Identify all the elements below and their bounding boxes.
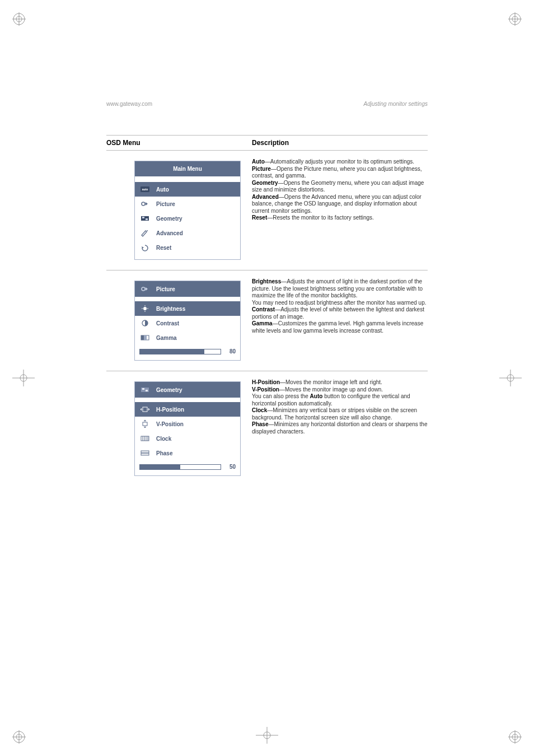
svg-rect-45: [143, 407, 147, 412]
osd-picture-menu: Picture Brightness Contrast Gamma 8: [134, 281, 241, 361]
osd-item-label: Clock: [156, 436, 171, 442]
geometry-description: H-Position—Moves the monitor image left …: [252, 379, 428, 435]
osd-item-contrast: Contrast: [135, 316, 240, 330]
slider-fill: [140, 465, 180, 469]
svg-point-31: [147, 230, 148, 231]
slider-value: 50: [224, 464, 236, 470]
svg-rect-41: [144, 335, 147, 340]
osd-item-label: Auto: [156, 186, 169, 193]
svg-rect-30: [146, 218, 148, 220]
svg-point-33: [143, 307, 147, 310]
hpos-icon: [139, 405, 151, 414]
geometry-icon: [139, 385, 151, 394]
osd-item-label: Reset: [156, 245, 171, 251]
osd-item-clock: Clock: [135, 431, 240, 446]
crop-mark-icon: [499, 370, 522, 386]
osd-item-advanced: Advanced: [135, 226, 240, 240]
auto-icon: auto: [139, 185, 151, 194]
osd-item-label: Geometry: [156, 216, 182, 222]
osd-geometry-menu: Geometry H-Position V-Position Clock: [134, 381, 241, 476]
osd-title: Main Menu: [135, 161, 240, 176]
divider: [106, 135, 428, 136]
vpos-icon: [139, 419, 151, 428]
gamma-icon: [139, 333, 151, 342]
brightness-icon: [139, 304, 151, 313]
advanced-icon: [139, 228, 151, 237]
osd-item-auto: auto Auto: [135, 182, 240, 197]
reset-icon: [139, 243, 151, 252]
slider-value: 80: [224, 348, 236, 354]
header-url: www.gateway.com: [106, 101, 152, 107]
svg-rect-29: [142, 217, 144, 218]
registration-mark-icon: [508, 730, 522, 744]
osd-item-hposition: H-Position: [135, 402, 240, 417]
svg-point-32: [142, 287, 145, 291]
osd-slider: 80: [135, 345, 240, 360]
main-menu-description: Auto—Automatically adjusts your monitor …: [252, 158, 428, 222]
picture-icon: [139, 284, 151, 293]
osd-item-label: Phase: [156, 450, 172, 456]
osd-item-gamma: Gamma: [135, 330, 240, 345]
registration-mark-icon: [12, 730, 26, 744]
phase-icon: [139, 449, 151, 458]
svg-rect-43: [142, 388, 144, 390]
divider: [106, 150, 428, 151]
osd-item-label: Advanced: [156, 230, 183, 236]
osd-title: Geometry: [135, 382, 240, 398]
crop-mark-icon: [12, 370, 35, 386]
svg-text:auto: auto: [142, 188, 148, 191]
osd-item-label: Contrast: [156, 320, 179, 326]
svg-rect-44: [146, 390, 148, 391]
osd-item-label: V-Position: [156, 421, 184, 427]
osd-item-picture: Picture: [135, 197, 240, 211]
column-header-description: Description: [252, 139, 428, 147]
osd-title: Picture: [135, 281, 240, 297]
picture-description: Brightness—Adjusts the amount of light i…: [252, 278, 428, 334]
osd-item-label: H-Position: [156, 407, 184, 413]
header-section: Adjusting monitor settings: [363, 101, 428, 107]
osd-slider: 50: [135, 460, 240, 475]
svg-point-27: [142, 202, 145, 206]
osd-item-phase: Phase: [135, 446, 240, 460]
osd-item-label: Picture: [156, 201, 175, 207]
svg-rect-40: [141, 335, 144, 340]
divider: [106, 371, 428, 371]
divider: [106, 270, 428, 270]
crop-mark-icon: [256, 727, 278, 744]
osd-item-label: Brightness: [156, 306, 185, 312]
osd-item-label: Gamma: [156, 335, 177, 341]
slider-fill: [140, 349, 204, 354]
registration-mark-icon: [508, 12, 522, 26]
osd-item-brightness: Brightness: [135, 301, 240, 316]
osd-item-reset: Reset: [135, 240, 240, 255]
svg-rect-52: [141, 451, 149, 455]
picture-icon: [139, 199, 151, 208]
registration-mark-icon: [12, 12, 26, 26]
clock-icon: [139, 434, 151, 443]
svg-rect-46: [143, 422, 147, 426]
column-header-osd: OSD Menu: [106, 139, 252, 147]
contrast-icon: [139, 319, 151, 328]
osd-main-menu: Main Menu auto Auto Picture Geometry Adv…: [134, 161, 241, 260]
osd-item-geometry: Geometry: [135, 211, 240, 226]
osd-item-vposition: V-Position: [135, 417, 240, 431]
geometry-icon: [139, 214, 151, 223]
